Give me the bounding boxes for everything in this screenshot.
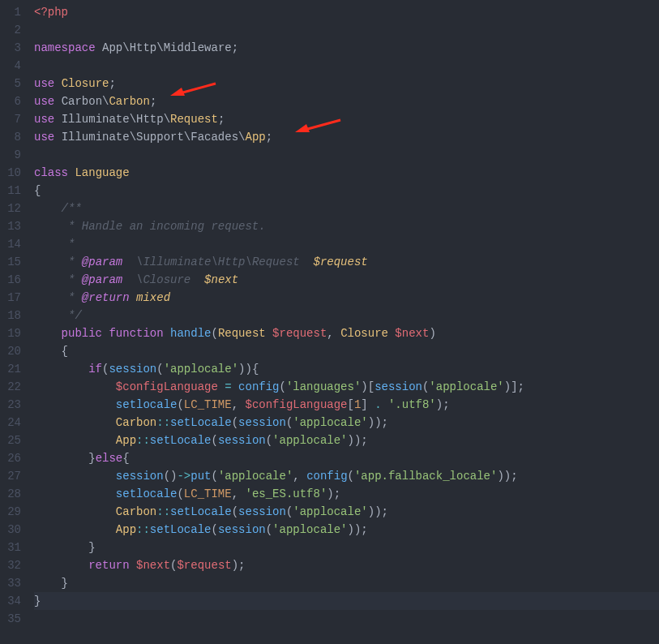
line-number: 26	[5, 449, 21, 467]
token-ns: Facades	[190, 131, 238, 144]
token-fn: session	[374, 380, 422, 393]
token-punc: \	[130, 131, 136, 144]
token-punc: \	[122, 41, 129, 54]
code-line: Carbon::setLocale(session('applocale'));	[34, 503, 659, 521]
token-cls: Carbon	[109, 95, 149, 108]
code-editor: 1234567891011121314151617181920212223242…	[0, 0, 659, 644]
line-number: 9	[5, 146, 21, 164]
token-op: .	[374, 398, 381, 411]
code-line: setlocale(LC_TIME, $configLanguage[1] . …	[34, 396, 659, 414]
token-punc: [	[348, 398, 354, 411]
token-op: ::	[136, 523, 150, 536]
line-number: 11	[5, 182, 21, 200]
token-str: 'applocale'	[293, 416, 367, 429]
line-number: 14	[5, 235, 21, 253]
token-fn: setlocale	[116, 398, 178, 411]
token-white	[34, 363, 88, 376]
token-punc: (	[211, 470, 217, 483]
token-white	[54, 131, 61, 144]
token-fn: setLocale	[150, 434, 212, 447]
line-number: 10	[5, 164, 21, 182]
token-fn: session	[218, 523, 266, 536]
token-kw: if	[88, 363, 102, 376]
token-punc: (	[177, 487, 183, 500]
token-ns: Middleware	[164, 41, 232, 54]
token-punc: )];	[504, 380, 524, 393]
line-number: 31	[5, 539, 21, 556]
code-line: }	[34, 539, 659, 556]
token-docty: $request	[314, 255, 368, 268]
token-str: 'app.fallback_locale'	[354, 470, 497, 483]
code-line: {	[34, 182, 659, 200]
token-punc: (	[348, 470, 354, 483]
line-number: 23	[5, 396, 21, 414]
token-fn: setLocale	[170, 416, 232, 429]
line-number: 2	[5, 21, 21, 39]
token-ns: Support	[136, 131, 184, 144]
token-punc: )[	[361, 380, 374, 393]
token-const: LC_TIME	[184, 487, 232, 500]
token-ns: Carbon	[62, 95, 102, 108]
token-white	[232, 380, 238, 393]
code-line: Carbon::setLocale(session('applocale'));	[34, 414, 659, 431]
token-white	[218, 380, 225, 393]
token-white	[164, 327, 170, 340]
code-line	[34, 21, 659, 39]
token-punc: ;	[266, 131, 272, 144]
token-punc: ));	[368, 416, 388, 429]
token-cmt: \Closure	[122, 273, 204, 286]
token-str: 'applocale'	[272, 523, 347, 536]
token-punc: ;	[109, 77, 115, 90]
token-punc: )){	[238, 363, 259, 376]
token-punc: ;	[218, 113, 225, 126]
token-cls: Request	[218, 327, 266, 340]
token-var: $configLanguage	[116, 380, 218, 393]
token-fn: session	[116, 470, 164, 483]
token-cmt: *	[68, 291, 82, 304]
code-line: session()->put('applocale', config('app.…	[34, 467, 659, 485]
code-line: public function handle(Request $request,…	[34, 324, 659, 342]
token-str: 'applocale'	[293, 505, 367, 518]
line-number: 8	[5, 128, 21, 146]
token-cls: App	[245, 131, 265, 144]
code-line	[34, 57, 659, 75]
token-punc: (	[177, 398, 183, 411]
token-white	[34, 452, 88, 465]
line-number: 30	[5, 521, 21, 539]
line-number: 32	[5, 556, 21, 574]
token-punc: (	[232, 416, 238, 429]
code-line: App::setLocale(session('applocale'));	[34, 521, 659, 539]
token-cmt: * Handle an incoming request.	[68, 220, 266, 233]
token-white	[34, 434, 116, 447]
code-line: }else{	[34, 449, 659, 467]
code-line: $configLanguage = config('languages')[se…	[34, 378, 659, 396]
code-line: }	[34, 574, 659, 592]
token-kw: use	[34, 95, 54, 108]
token-fn: setLocale	[170, 505, 232, 518]
line-number: 25	[5, 431, 21, 449]
code-line	[34, 146, 659, 164]
code-line: App::setLocale(session('applocale'));	[34, 431, 659, 449]
token-white	[34, 523, 116, 536]
token-white	[34, 559, 88, 572]
token-punc: }	[34, 595, 41, 608]
token-punc: ));	[368, 505, 388, 518]
token-ns: Http	[136, 113, 164, 126]
token-cmt: *	[68, 255, 82, 268]
code-line: use Closure;	[34, 75, 659, 92]
token-cls: Closure	[62, 77, 109, 90]
token-punc: );	[327, 487, 340, 500]
token-op: ::	[156, 416, 170, 429]
token-var: $configLanguage	[245, 398, 347, 411]
token-str: 'languages'	[286, 380, 361, 393]
token-fn: setlocale	[116, 487, 178, 500]
token-cmt: /**	[62, 202, 82, 215]
token-punc: ;	[150, 95, 156, 108]
token-fn: session	[238, 416, 286, 429]
token-white	[34, 416, 116, 429]
token-str: 'es_ES.utf8'	[245, 487, 327, 500]
token-punc: (	[280, 380, 286, 393]
token-docty: $next	[204, 273, 238, 286]
token-punc: (	[211, 523, 217, 536]
line-number-gutter: 1234567891011121314151617181920212223242…	[0, 0, 29, 644]
